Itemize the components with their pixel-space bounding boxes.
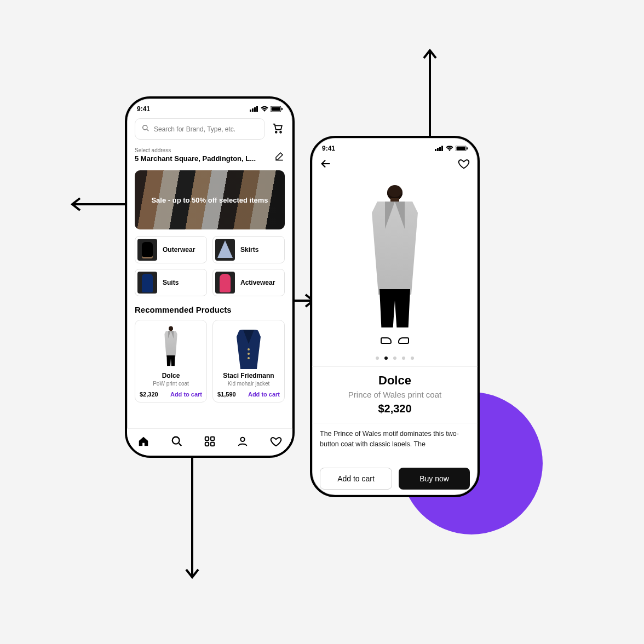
product-brand: Dolce bbox=[140, 372, 202, 380]
divider bbox=[312, 423, 478, 423]
category-label: Suits bbox=[163, 279, 179, 286]
phone-product: 9:41 Dolce Prince of Wales print coat $ bbox=[310, 136, 480, 497]
address-label: Select address bbox=[135, 147, 256, 153]
product-name: Kid mohair jacket bbox=[217, 381, 280, 387]
user-icon bbox=[237, 441, 249, 449]
page-dot[interactable] bbox=[393, 357, 396, 360]
svg-rect-17 bbox=[437, 148, 439, 151]
svg-rect-3 bbox=[256, 106, 258, 112]
category-thumb bbox=[137, 272, 157, 294]
product-price: $2,320 bbox=[320, 403, 470, 415]
back-button[interactable] bbox=[320, 158, 332, 171]
heart-icon bbox=[270, 441, 282, 449]
battery-icon bbox=[271, 106, 283, 112]
cart-icon bbox=[272, 122, 284, 136]
search-icon bbox=[142, 124, 150, 134]
product-card[interactable]: Staci Friedmann Kid mohair jacket $1,590… bbox=[212, 320, 285, 403]
bottom-nav bbox=[127, 428, 292, 456]
wishlist-button[interactable] bbox=[458, 158, 470, 171]
svg-rect-5 bbox=[272, 107, 280, 111]
category-thumb bbox=[215, 239, 235, 261]
svg-rect-6 bbox=[281, 108, 283, 110]
arrow-left-icon bbox=[68, 196, 134, 212]
search-icon bbox=[171, 441, 183, 449]
cart-button[interactable] bbox=[271, 122, 285, 136]
gallery-pagination[interactable] bbox=[312, 352, 478, 367]
svg-rect-2 bbox=[254, 107, 256, 112]
product-description: The Prince of Wales motif dominates this… bbox=[312, 429, 478, 446]
status-bar: 9:41 bbox=[127, 99, 292, 116]
category-label: Activewear bbox=[240, 279, 275, 286]
svg-rect-16 bbox=[435, 149, 436, 151]
add-to-cart-button[interactable]: Add to cart bbox=[320, 468, 392, 490]
home-icon bbox=[137, 441, 150, 449]
banner-text: Sale - up to 50% off selected items bbox=[151, 196, 268, 204]
nav-wishlist[interactable] bbox=[267, 432, 285, 452]
product-image bbox=[140, 325, 202, 371]
arrow-left-icon bbox=[320, 163, 332, 171]
heart-icon bbox=[458, 163, 470, 171]
product-brand: Dolce bbox=[320, 373, 470, 388]
nav-categories[interactable] bbox=[200, 432, 219, 452]
phone-home: 9:41 Search for Brand, Type, etc. Select… bbox=[125, 96, 295, 458]
svg-point-9 bbox=[280, 131, 281, 133]
nav-account[interactable] bbox=[233, 432, 252, 452]
category-thumb bbox=[215, 272, 235, 294]
edit-address-button[interactable] bbox=[274, 152, 285, 163]
status-time: 9:41 bbox=[137, 105, 150, 113]
category-label: Skirts bbox=[240, 246, 258, 254]
recommended-title: Recommended Products bbox=[135, 305, 285, 314]
category-outerwear[interactable]: Outerwear bbox=[135, 236, 207, 263]
wifi-icon bbox=[261, 106, 268, 112]
svg-rect-11 bbox=[205, 437, 209, 440]
cellular-icon bbox=[250, 106, 258, 112]
product-brand: Staci Friedmann bbox=[217, 372, 280, 380]
wifi-icon bbox=[446, 146, 453, 151]
category-skirts[interactable]: Skirts bbox=[212, 236, 285, 263]
product-image bbox=[217, 325, 280, 371]
svg-rect-22 bbox=[467, 147, 468, 150]
arrow-down-icon bbox=[184, 455, 200, 582]
nav-home[interactable] bbox=[134, 432, 153, 452]
battery-icon bbox=[456, 146, 468, 151]
search-input[interactable]: Search for Brand, Type, etc. bbox=[135, 118, 265, 140]
svg-rect-18 bbox=[439, 147, 441, 151]
category-label: Outerwear bbox=[163, 246, 195, 254]
svg-point-10 bbox=[172, 437, 179, 444]
product-title: Prince of Wales print coat bbox=[320, 390, 470, 399]
page-dot[interactable] bbox=[376, 357, 379, 360]
arrow-up-icon bbox=[422, 46, 438, 145]
buy-now-button[interactable]: Buy now bbox=[399, 468, 470, 490]
svg-rect-14 bbox=[211, 442, 214, 446]
category-thumb bbox=[137, 239, 157, 261]
product-gallery[interactable] bbox=[312, 171, 478, 352]
address-value[interactable]: 5 Marchant Square, Paddington, L... bbox=[135, 154, 256, 163]
page-dot[interactable] bbox=[402, 357, 405, 360]
page-dot[interactable] bbox=[411, 357, 414, 360]
svg-point-15 bbox=[241, 438, 245, 441]
nav-search[interactable] bbox=[168, 432, 186, 452]
svg-rect-1 bbox=[252, 108, 254, 112]
category-suits[interactable]: Suits bbox=[135, 269, 207, 296]
status-time: 9:41 bbox=[322, 145, 335, 152]
product-name: PoW print coat bbox=[140, 381, 202, 387]
product-price: $1,590 bbox=[217, 391, 236, 398]
svg-rect-13 bbox=[205, 442, 209, 446]
category-activewear[interactable]: Activewear bbox=[212, 269, 285, 296]
search-placeholder: Search for Brand, Type, etc. bbox=[154, 125, 235, 133]
cellular-icon bbox=[435, 146, 444, 151]
svg-point-8 bbox=[275, 131, 277, 133]
add-to-cart-link[interactable]: Add to cart bbox=[248, 391, 280, 398]
svg-rect-21 bbox=[457, 147, 465, 151]
sale-banner[interactable]: Sale - up to 50% off selected items bbox=[135, 170, 285, 229]
grid-icon bbox=[204, 441, 216, 449]
product-card[interactable]: Dolce PoW print coat $2,320 Add to cart bbox=[135, 320, 207, 403]
product-price: $2,320 bbox=[140, 391, 158, 398]
add-to-cart-link[interactable]: Add to cart bbox=[170, 391, 202, 398]
status-bar: 9:41 bbox=[312, 138, 478, 156]
svg-point-7 bbox=[143, 125, 147, 130]
svg-rect-19 bbox=[441, 146, 443, 151]
svg-rect-12 bbox=[211, 437, 214, 440]
pencil-icon bbox=[274, 151, 284, 163]
page-dot-active[interactable] bbox=[384, 357, 388, 360]
